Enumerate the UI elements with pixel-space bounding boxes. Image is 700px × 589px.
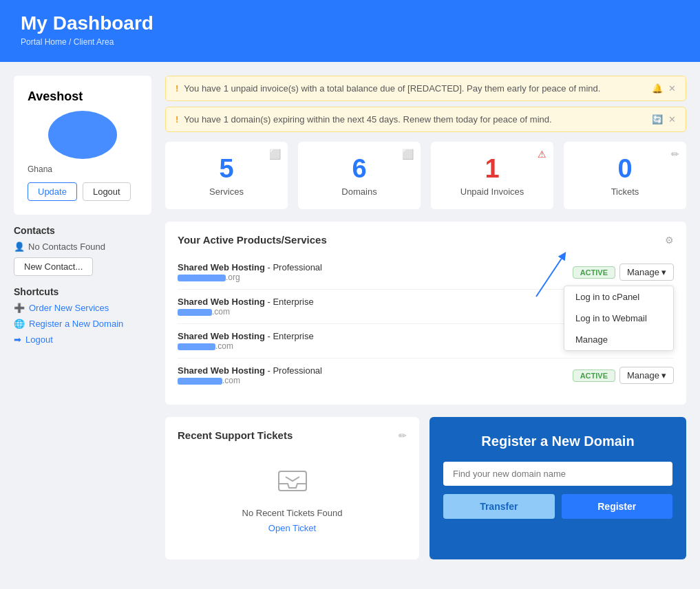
shortcuts-section: Shortcuts ➕ Order New Services 🌐 Registe… (14, 286, 151, 345)
product-3-domain: .com (178, 341, 573, 351)
dropdown-item-cpanel[interactable]: Log in to cPanel (564, 286, 673, 308)
product-row-4: Shared Web Hosting - Professional .com A… (178, 358, 674, 392)
product-4-name: Shared Web Hosting - Professional (178, 365, 573, 376)
chevron-down-icon-4: ▾ (661, 370, 666, 381)
domain-icon: 🌐 (14, 319, 25, 329)
breadcrumb-portal[interactable]: Portal Home (21, 37, 67, 47)
product-4-manage-button[interactable]: Manage ▾ (619, 367, 674, 384)
dropdown-item-webmail[interactable]: Log in to Webmail (564, 308, 673, 329)
breadcrumb-separator: / (69, 37, 74, 47)
breadcrumb-client: Client Area (74, 37, 114, 47)
dropdown-item-manage[interactable]: Manage (564, 329, 673, 350)
open-ticket-link[interactable]: Open Ticket (268, 523, 316, 533)
support-title: Recent Support Tickets (178, 429, 293, 441)
product-3-name: Shared Web Hosting - Enterprise (178, 331, 573, 341)
svg-line-0 (536, 255, 564, 297)
alert-1-text: You have 1 unpaid invoice(s) with a tota… (184, 83, 600, 94)
stats-row: ⬜ 5 Services ⬜ 6 Domains ⚠ 1 Unpaid Invo… (165, 142, 686, 209)
services-icon: ⬜ (269, 149, 281, 160)
user-card: Aveshost Ghana Update Logout (14, 76, 151, 215)
alert-1-archive-icon[interactable]: 🔔 (652, 83, 663, 94)
product-1-manage-button[interactable]: Manage ▾ (619, 264, 674, 281)
shortcuts-title: Shortcuts (14, 286, 151, 297)
manage-label-1: Manage (627, 267, 659, 277)
register-button[interactable]: Register (562, 494, 673, 519)
stat-tickets-number: 0 (573, 154, 677, 184)
domain-register-card: Register a New Domain Transfer Register (429, 417, 686, 559)
shortcut-order[interactable]: ➕ Order New Services (14, 303, 151, 313)
domain-register-title: Register a New Domain (443, 433, 672, 449)
support-card: Recent Support Tickets ✏ No Recent Ticke… (165, 417, 419, 559)
stat-tickets-label: Tickets (573, 186, 677, 197)
inbox-icon (275, 464, 310, 499)
product-1-status: ACTIVE (573, 266, 615, 279)
no-contacts-label: 👤 No Contacts Found (14, 242, 151, 252)
manage-label-4: Manage (627, 370, 659, 381)
order-icon: ➕ (14, 303, 25, 313)
contacts-title: Contacts (14, 225, 151, 236)
product-3-info: Shared Web Hosting - Enterprise .com (178, 331, 573, 351)
alert-1-icon: ! (176, 83, 178, 94)
contacts-section: Contacts 👤 No Contacts Found New Contact… (14, 225, 151, 276)
shortcut-logout-label: Logout (25, 334, 53, 345)
transfer-button[interactable]: Transfer (443, 494, 555, 519)
invoices-alert-icon: ⚠ (538, 149, 547, 160)
stat-domains-number: 6 (308, 154, 411, 184)
stat-domains: ⬜ 6 Domains (298, 142, 421, 209)
alert-2-refresh-icon[interactable]: 🔄 (652, 114, 663, 125)
domain-btn-row: Transfer Register (443, 494, 672, 519)
logout-button-sidebar[interactable]: Logout (83, 182, 131, 201)
bottom-row: Recent Support Tickets ✏ No Recent Ticke… (165, 417, 686, 559)
stat-services-number: 5 (175, 154, 278, 184)
alert-2-icon: ! (176, 114, 178, 125)
products-card: Your Active Products/Services ⚙ Shared W… (165, 222, 686, 405)
avatar (48, 111, 117, 159)
support-card-header: Recent Support Tickets ✏ (178, 429, 407, 441)
header: My Dashboard Portal Home / Client Area (0, 0, 700, 62)
products-card-header: Your Active Products/Services ⚙ (178, 234, 674, 246)
products-title: Your Active Products/Services (178, 234, 327, 246)
new-contact-button[interactable]: New Contact... (14, 257, 93, 276)
alert-1: ! You have 1 unpaid invoice(s) with a to… (165, 76, 686, 101)
stat-invoices: ⚠ 1 Unpaid Invoices (431, 142, 553, 209)
domains-icon: ⬜ (402, 149, 414, 160)
logout-icon: ➡ (14, 334, 21, 345)
product-4-status: ACTIVE (573, 370, 615, 382)
country: Ghana (28, 164, 138, 174)
shortcut-domain-label: Register a New Domain (29, 319, 123, 329)
alert-1-close-icon[interactable]: ✕ (668, 83, 676, 94)
main-content: ! You have 1 unpaid invoice(s) with a to… (165, 76, 686, 559)
products-icon: ⚙ (665, 235, 674, 246)
product-2-domain: .com (178, 307, 619, 317)
tickets-icon: ✏ (671, 149, 679, 160)
product-row-1: Shared Web Hosting - Professional .org A… (178, 255, 674, 290)
alert-2: ! You have 1 domain(s) expiring within t… (165, 107, 686, 132)
alert-2-close-icon[interactable]: ✕ (668, 114, 676, 125)
support-icon: ✏ (399, 430, 407, 441)
chevron-down-icon-1: ▾ (661, 267, 666, 277)
shortcut-domain[interactable]: 🌐 Register a New Domain (14, 319, 151, 329)
stat-invoices-label: Unpaid Invoices (441, 186, 544, 197)
person-icon: 👤 (14, 242, 25, 252)
no-tickets-container: No Recent Tickets Found Open Ticket (178, 451, 407, 547)
update-button[interactable]: Update (28, 182, 77, 201)
manage-dropdown-1: Log in to cPanel Log in to Webmail Manag… (564, 286, 674, 351)
product-1-manage-wrapper: Manage ▾ Log in to cPanel Log in to Webm… (619, 264, 674, 281)
product-4-domain: .com (178, 376, 573, 385)
stat-tickets: ✏ 0 Tickets (564, 142, 686, 209)
stat-domains-label: Domains (308, 186, 411, 197)
stat-invoices-number: 1 (441, 154, 544, 184)
no-tickets-label: No Recent Tickets Found (178, 508, 407, 518)
no-contacts-text: No Contacts Found (28, 242, 105, 252)
alert-2-text: You have 1 domain(s) expiring within the… (184, 114, 551, 125)
domain-search-input[interactable] (443, 462, 672, 486)
shortcut-order-label: Order New Services (29, 303, 109, 313)
shortcut-logout[interactable]: ➡ Logout (14, 334, 151, 345)
breadcrumb: Portal Home / Client Area (21, 37, 679, 47)
username: Aveshost (28, 89, 138, 104)
stat-services-label: Services (175, 186, 278, 197)
page-title: My Dashboard (21, 12, 679, 34)
alerts-container: ! You have 1 unpaid invoice(s) with a to… (165, 76, 686, 132)
ticket-box-icon (178, 464, 407, 501)
product-4-info: Shared Web Hosting - Professional .com (178, 365, 573, 385)
